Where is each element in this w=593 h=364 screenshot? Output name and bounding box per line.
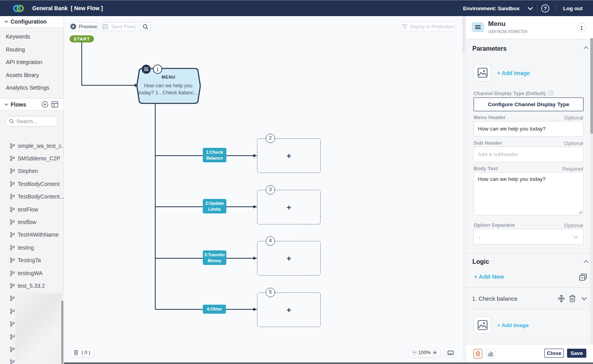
svg-text:today? 1 . Check balanc...: today? 1 . Check balanc... bbox=[139, 90, 198, 96]
svg-text:1: 1 bbox=[156, 67, 159, 72]
svg-text:?: ? bbox=[550, 91, 552, 95]
svg-text:MENU: MENU bbox=[162, 75, 176, 79]
svg-text:?: ? bbox=[544, 6, 547, 11]
svg-text:How can we help you: How can we help you bbox=[144, 83, 193, 88]
